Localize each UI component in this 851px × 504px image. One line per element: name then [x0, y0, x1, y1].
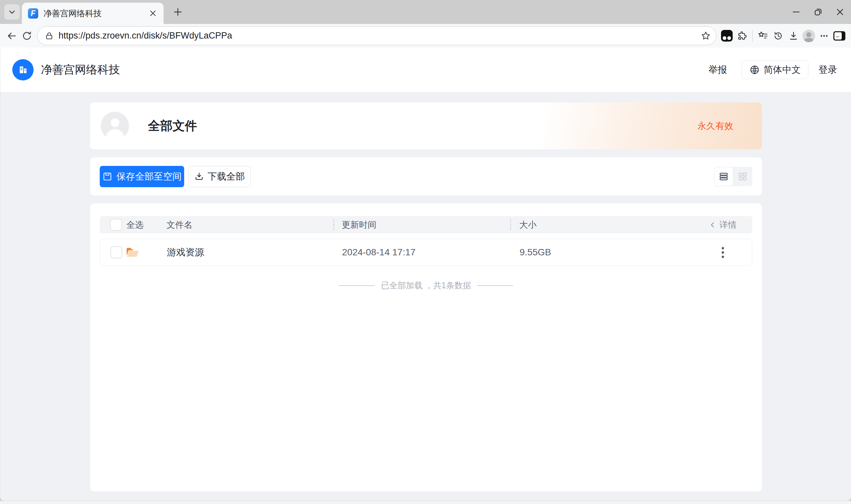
details-toggle[interactable]: 详情: [709, 219, 737, 231]
file-row[interactable]: 游戏资源 2024-08-14 17:17 9.55GB: [100, 239, 752, 266]
browser-tab[interactable]: F 净善宫网络科技: [22, 3, 164, 24]
report-link[interactable]: 举报: [708, 64, 727, 76]
column-name: 文件名: [166, 219, 193, 231]
download-icon: [788, 31, 799, 41]
restore-icon: [813, 7, 823, 17]
puzzle-icon: [737, 31, 747, 41]
new-tab-button[interactable]: [170, 4, 185, 20]
web-page: 净善宫网络科技 举报 简体中文 登录 全部文件 永久有效: [0, 48, 851, 501]
extension-shortcut-button[interactable]: [719, 28, 734, 43]
row-menu-button[interactable]: [717, 244, 728, 260]
downloads-button[interactable]: [786, 28, 801, 43]
chevron-left-icon: [709, 221, 717, 228]
history-button[interactable]: [771, 28, 786, 43]
tab-search-button[interactable]: [4, 4, 20, 20]
load-status-text: 已全部加载 ，共1条数据: [381, 280, 471, 291]
validity-badge: 永久有效: [698, 120, 733, 132]
back-arrow-icon: [6, 31, 17, 41]
close-window-button[interactable]: [829, 0, 851, 24]
refresh-button[interactable]: [19, 28, 35, 43]
list-view-icon: [719, 172, 729, 181]
file-size: 9.55GB: [520, 247, 551, 258]
profile-button[interactable]: [801, 28, 816, 43]
globe-icon: [749, 65, 760, 75]
refresh-icon: [22, 31, 32, 41]
close-icon: [835, 7, 845, 17]
browser-toolbar: https://pds.zroevn.cn/disk/s/BFWdyLaCPPa: [0, 24, 851, 48]
sidebar-icon: ←: [833, 31, 845, 40]
column-resize-handle[interactable]: [333, 219, 334, 230]
share-info-card: 全部文件 永久有效: [90, 102, 762, 149]
sidebar-button[interactable]: ←: [832, 28, 847, 43]
url-text[interactable]: https://pds.zroevn.cn/disk/s/BFWdyLaCPPa: [58, 31, 698, 41]
grid-view-icon: [738, 172, 748, 181]
browser-window: F 净善宫网络科技: [0, 0, 851, 504]
extension-black-icon: [721, 30, 733, 41]
ellipsis-icon: [819, 31, 829, 41]
tab-close-button[interactable]: [147, 7, 159, 19]
profile-avatar-icon: [802, 30, 815, 42]
site-logo: [12, 59, 34, 80]
back-button[interactable]: [4, 28, 19, 43]
toolbar-divider: [752, 30, 753, 41]
load-status: 已全部加载 ，共1条数据: [100, 280, 752, 291]
brand-title: 净善宫网络科技: [41, 62, 120, 77]
minimize-icon: [792, 7, 801, 17]
column-updated: 更新时间: [342, 219, 376, 231]
minimize-button[interactable]: [785, 0, 807, 24]
save-icon: [103, 172, 112, 181]
chevron-down-icon: [8, 8, 16, 16]
close-icon: [149, 10, 157, 17]
star-icon: [701, 31, 711, 41]
buildings-logo-icon: [17, 64, 29, 76]
favicon-icon: F: [28, 8, 38, 19]
column-resize-handle[interactable]: [510, 219, 511, 230]
select-all-checkbox[interactable]: [110, 219, 122, 231]
save-all-label: 保存全部至空间: [117, 170, 182, 183]
favorites-button[interactable]: [755, 28, 771, 43]
browser-titlebar: F 净善宫网络科技: [0, 0, 851, 24]
row-checkbox[interactable]: [110, 246, 122, 258]
details-label: 详情: [719, 219, 737, 231]
history-icon: [773, 31, 783, 41]
file-list-card: 全选 文件名 更新时间 大小 详情 游戏资: [90, 203, 762, 491]
share-title: 全部文件: [148, 118, 197, 134]
download-all-label: 下载全部: [208, 170, 245, 183]
file-updated: 2024-08-14 17:17: [342, 247, 416, 258]
sharer-avatar: [101, 112, 129, 140]
download-all-button[interactable]: 下载全部: [188, 166, 251, 187]
site-header: 净善宫网络科技 举报 简体中文 登录: [0, 48, 851, 92]
favorites-list-icon: [758, 31, 768, 41]
file-name: 游戏资源: [167, 246, 204, 259]
settings-menu-button[interactable]: [816, 28, 832, 43]
actions-card: 保存全部至空间 下载全部: [90, 157, 762, 196]
select-all-label: 全选: [126, 219, 144, 231]
address-bar[interactable]: https://pds.zroevn.cn/disk/s/BFWdyLaCPPa: [37, 26, 717, 45]
login-link[interactable]: 登录: [818, 64, 837, 76]
save-all-button[interactable]: 保存全部至空间: [100, 166, 184, 187]
table-header: 全选 文件名 更新时间 大小 详情: [100, 216, 752, 233]
plus-icon: [173, 7, 182, 17]
view-toggle: [714, 167, 752, 186]
window-bottom-edge: [0, 501, 851, 504]
language-button[interactable]: 简体中文: [742, 60, 809, 79]
extensions-button[interactable]: [734, 28, 749, 43]
tab-title: 净善宫网络科技: [43, 8, 147, 19]
favorite-star-button[interactable]: [698, 28, 713, 43]
column-size: 大小: [519, 219, 537, 231]
list-view-button[interactable]: [714, 167, 733, 186]
lock-icon: [45, 32, 54, 40]
restore-button[interactable]: [807, 0, 829, 24]
folder-icon: [125, 246, 140, 258]
grid-view-button[interactable]: [733, 167, 752, 186]
language-label: 简体中文: [764, 64, 801, 76]
download-icon: [195, 172, 204, 181]
